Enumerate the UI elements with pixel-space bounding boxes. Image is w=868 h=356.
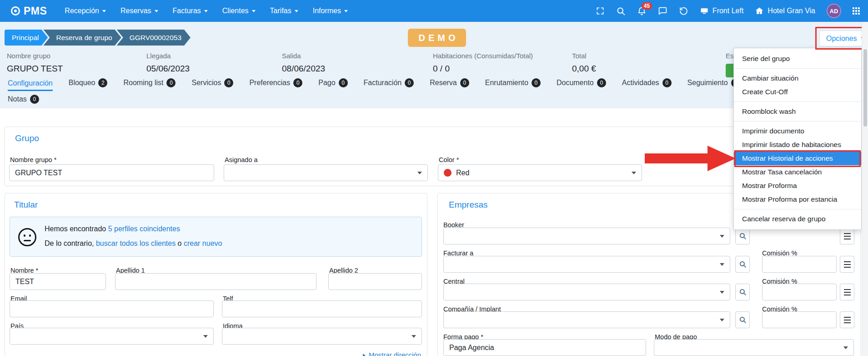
search-icon: [739, 232, 747, 240]
alert-text: o: [178, 239, 182, 247]
tab-notas[interactable]: Notas 0: [8, 95, 39, 107]
menu-item-imprimir-documento[interactable]: Imprimir documento: [734, 124, 861, 138]
menu-tarifas[interactable]: Tarifas: [264, 3, 304, 19]
asignado-a-select[interactable]: [224, 164, 428, 181]
pais-select[interactable]: [10, 328, 214, 345]
titular-section-title: Titular: [14, 200, 38, 210]
menu-item-mostrar-proforma-por-estancia[interactable]: Mostrar Proforma por estancia: [734, 193, 861, 206]
chevron-down-icon: [344, 10, 348, 14]
email-input[interactable]: [10, 300, 214, 317]
booker-select[interactable]: [443, 228, 730, 244]
menu-item-serie-del-grupo[interactable]: Serie del grupo: [734, 52, 861, 66]
facturar-a-comision-input[interactable]: [762, 256, 837, 273]
compania-implant-menu-button[interactable]: [840, 311, 854, 328]
summary-label: Llegada: [146, 52, 190, 60]
tab-reserva[interactable]: Reserva 0: [430, 78, 469, 91]
compania-implant-select[interactable]: [443, 311, 730, 328]
tab-rooming-list[interactable]: Rooming list 0: [123, 78, 176, 91]
central-comision-input[interactable]: [762, 284, 837, 300]
tab-count-badge: 0: [532, 78, 541, 87]
menu-item-cancelar-reserva-de-grupo[interactable]: Cancelar reserva de grupo: [734, 212, 861, 226]
modo-de-pago-select[interactable]: [654, 339, 854, 356]
crear-nuevo-link[interactable]: crear nuevo: [184, 239, 222, 247]
apellido2-input[interactable]: [328, 273, 422, 290]
forma-pago-input[interactable]: [443, 339, 646, 356]
menu-informes[interactable]: Informes: [307, 3, 354, 19]
menu-item-cambiar-situacion[interactable]: Cambiar situación: [734, 71, 861, 85]
tab-bloqueo[interactable]: Bloqueo 2: [69, 78, 108, 91]
search-icon: [739, 288, 747, 296]
menu-label: Reservas: [120, 7, 151, 15]
vertical-scrollbar[interactable]: [862, 22, 868, 356]
breadcrumb-group-code[interactable]: GGRV00002053: [117, 30, 191, 46]
central-search-button[interactable]: [735, 284, 750, 300]
nombre-input[interactable]: [10, 273, 106, 290]
tab-pago[interactable]: Pago 0: [318, 78, 347, 91]
breadcrumb-principal[interactable]: Principal: [5, 30, 48, 46]
alert-text: De lo contrario,: [45, 239, 94, 247]
tab-label: Enrutamiento: [485, 79, 528, 87]
tab-seguimiento[interactable]: Seguimiento 0: [687, 78, 740, 91]
chevron-down-icon: [155, 10, 158, 14]
search-icon[interactable]: [616, 6, 626, 16]
menu-facturas[interactable]: Facturas: [167, 3, 214, 19]
menu-item-roomblock-wash[interactable]: Roomblock wash: [734, 105, 861, 118]
fullscreen-icon[interactable]: [596, 6, 605, 15]
apellido1-input[interactable]: [115, 273, 316, 290]
grupo-section-title: Grupo: [15, 133, 39, 143]
facturar-a-select[interactable]: [443, 256, 730, 273]
tab-enrutamiento[interactable]: Enrutamiento 0: [485, 78, 541, 91]
app-logo[interactable]: PMS: [11, 5, 47, 17]
apps-grid-icon[interactable]: [853, 7, 860, 15]
chevron-down-icon: [204, 10, 208, 14]
tab-facturacion[interactable]: Facturación 0: [364, 78, 414, 91]
buscar-clientes-link[interactable]: buscar todos los clientes: [96, 239, 176, 247]
hotel-selector[interactable]: Hotel Gran Via: [755, 6, 815, 15]
menu-recepcion[interactable]: Recepción: [59, 3, 112, 19]
workstation-icon: [700, 6, 709, 15]
tab-actividades[interactable]: Actividades 0: [622, 78, 672, 91]
user-avatar[interactable]: AD: [827, 4, 841, 18]
menu-item-imprimir-listado-de-habitaciones[interactable]: Imprimir listado de habitaciones: [734, 138, 861, 152]
breadcrumb-reserva-de-grupo[interactable]: Reserva de grupo: [43, 30, 121, 46]
compania-implant-search-button[interactable]: [735, 311, 750, 328]
history-icon[interactable]: [679, 6, 688, 16]
tab-label: Notas: [8, 95, 27, 103]
hotel-name: Hotel Gran Via: [768, 7, 815, 15]
menu-item-create-cut-off[interactable]: Create Cut-Off: [734, 85, 861, 99]
nombre-grupo-label: Nombre grupo *: [10, 156, 56, 163]
summary-value: GRUPO TEST: [7, 64, 63, 74]
menu-item-mostrar-proforma[interactable]: Mostrar Proforma: [734, 179, 861, 193]
alert-line-1: Hemos encontrado 5 perfiles coincidentes: [45, 225, 180, 233]
tab-documento[interactable]: Documento 0: [557, 78, 606, 91]
color-select[interactable]: Red: [438, 164, 642, 181]
summary-label: Nombre grupo: [7, 52, 63, 60]
notifications-bell-icon[interactable]: 45: [637, 6, 647, 16]
central-select[interactable]: [443, 284, 730, 300]
tab-configuracion[interactable]: Configuración: [8, 79, 53, 91]
chat-icon[interactable]: [658, 6, 667, 16]
menu-clientes[interactable]: Clientes: [216, 3, 261, 19]
tab-label: Actividades: [622, 79, 659, 87]
facturar-a-search-button[interactable]: [735, 256, 750, 273]
idioma-select[interactable]: [222, 328, 422, 345]
summary-habitaciones: Habitaciones (Consumidas/Total) 0 / 0: [433, 52, 533, 74]
booker-menu-button[interactable]: [840, 228, 854, 244]
scrollbar-thumb[interactable]: [863, 49, 867, 127]
perfiles-coincidentes-link[interactable]: 5 perfiles coincidentes: [108, 225, 180, 233]
menu-reservas[interactable]: Reservas: [115, 3, 164, 19]
telf-input[interactable]: [222, 300, 422, 317]
compania-implant-comision-input[interactable]: [762, 311, 837, 328]
nombre-grupo-input[interactable]: [9, 164, 214, 181]
mostrar-direccion-link[interactable]: Mostrar dirección: [363, 351, 421, 356]
menu-item-mostrar-tasa-cancelacion[interactable]: Mostrar Tasa cancelación: [734, 165, 861, 179]
central-menu-button[interactable]: [840, 284, 854, 300]
tab-preferencias[interactable]: Preferencias 0: [249, 78, 302, 91]
menu-item-mostrar-historial-de-acciones[interactable]: Mostrar Historial de acciones: [734, 152, 861, 165]
terminal-selector[interactable]: Front Left: [700, 6, 743, 15]
tab-servicios[interactable]: Servicios 0: [191, 78, 233, 91]
opciones-button[interactable]: Opciones: [819, 31, 868, 46]
tab-label: Servicios: [191, 79, 221, 87]
facturar-a-menu-button[interactable]: [840, 256, 854, 273]
booker-search-button[interactable]: [735, 228, 750, 244]
